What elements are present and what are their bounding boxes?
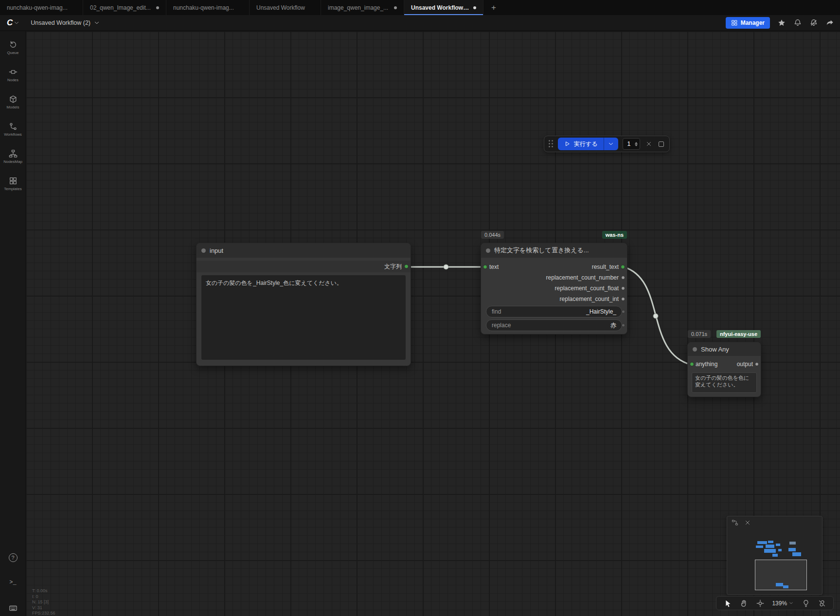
- node-search-replace[interactable]: 0.044s was-ns 特定文字を検索して置き換える... text res…: [481, 243, 627, 334]
- stat-version: V: 31: [32, 605, 55, 611]
- models-icon: [9, 95, 18, 104]
- chevron-down-icon: [608, 141, 614, 147]
- bell-icon[interactable]: [793, 18, 802, 27]
- comfyui-logo[interactable]: C: [6, 18, 13, 28]
- sidebar-item-templates[interactable]: Templates: [0, 170, 26, 197]
- output-socket[interactable]: [621, 265, 625, 269]
- find-widget[interactable]: find _HairStyle_: [486, 306, 622, 317]
- minimap-node: [789, 542, 796, 545]
- text-widget[interactable]: 女の子の髪の色を_HairStyle_色に変えてください。: [201, 275, 406, 360]
- minimap[interactable]: [727, 516, 822, 595]
- chevron-down-icon: [788, 600, 794, 606]
- sidebar-item-label: Templates: [4, 187, 21, 191]
- minimap-header: [727, 516, 822, 529]
- zoom-level-dropdown[interactable]: 139%: [772, 600, 794, 607]
- tab-label: 02_qwen_Image_edit...: [90, 4, 152, 11]
- run-button[interactable]: 実行する: [558, 138, 604, 150]
- output-slot-label: replacement_count_float: [555, 285, 619, 292]
- sidebar-item-queue[interactable]: Queue: [0, 34, 26, 61]
- workflow-tab-5[interactable]: image_qwen_image_...: [321, 0, 404, 15]
- increment-icon[interactable]: [635, 142, 638, 144]
- share-icon[interactable]: [825, 18, 834, 27]
- collapse-dot[interactable]: [693, 347, 697, 352]
- stat-iterations: I: 0: [32, 594, 55, 600]
- workflow-tab-3[interactable]: nunchaku-qwen-imag...: [166, 0, 250, 15]
- preview-text-widget[interactable]: 女の子の髪の色を色に変えてください。: [692, 372, 757, 393]
- widget-socket[interactable]: [622, 310, 625, 314]
- close-toolbar-button[interactable]: [644, 140, 653, 148]
- help-button[interactable]: ?: [0, 553, 26, 562]
- stop-button[interactable]: [658, 141, 665, 148]
- sidebar-item-label: Nodes: [7, 78, 18, 82]
- slot-row: replacement_count_int: [481, 294, 627, 304]
- new-workflow-tab-button[interactable]: +: [483, 0, 504, 15]
- slot-row: replacement_count_number: [481, 272, 627, 283]
- fit-view-icon: [756, 599, 765, 608]
- shortcuts-button[interactable]: [0, 604, 26, 613]
- fit-view-button[interactable]: [756, 599, 765, 608]
- minimap-body[interactable]: [727, 529, 822, 595]
- node-badges: 0.044s was-ns: [481, 231, 627, 239]
- run-toolbar: 実行する 1: [544, 136, 670, 152]
- sidebar-item-workflows[interactable]: Workflows: [0, 116, 26, 143]
- workflow-title-menu[interactable]: Unsaved Workflow (2): [31, 19, 100, 26]
- minimap-node: [772, 554, 778, 557]
- output-socket[interactable]: [621, 286, 625, 290]
- node-input[interactable]: input 文字列 女の子の髪の色を_HairStyle_色に変えてください。: [196, 243, 411, 366]
- logo-menu-chevron-icon[interactable]: [13, 19, 20, 26]
- node-title-bar[interactable]: input: [197, 243, 411, 258]
- bell-alt-icon[interactable]: [809, 18, 818, 27]
- workflow-tab-2[interactable]: 02_qwen_Image_edit...: [83, 0, 166, 15]
- workflow-tab-active[interactable]: Unsaved Workflow (2): [404, 0, 483, 15]
- output-socket[interactable]: [404, 264, 409, 269]
- widget-socket[interactable]: [622, 324, 625, 327]
- templates-icon: [9, 176, 18, 185]
- sidebar-item-models[interactable]: Models: [0, 88, 26, 116]
- tab-label: Unsaved Workflow: [256, 4, 314, 11]
- output-socket[interactable]: [621, 276, 625, 280]
- node-show-any[interactable]: 0.071s nfyui-easy-use Show Any anything …: [687, 342, 761, 397]
- manager-button[interactable]: Manager: [726, 17, 770, 29]
- collapse-dot[interactable]: [201, 248, 206, 253]
- minimap-node: [757, 541, 767, 544]
- minimap-node: [764, 549, 776, 553]
- minimap-links-toggle-icon[interactable]: [732, 519, 738, 526]
- graph-canvas[interactable]: [26, 31, 840, 616]
- star-icon[interactable]: [777, 18, 786, 27]
- minimap-node: [792, 552, 801, 556]
- execution-time-badge: 0.044s: [481, 231, 504, 239]
- terminal-button[interactable]: >_: [0, 579, 26, 586]
- collapse-dot[interactable]: [486, 248, 490, 253]
- input-socket[interactable]: [483, 265, 487, 269]
- node-title-bar[interactable]: 特定文字を検索して置き換える...: [481, 243, 627, 258]
- slot-row: 文字列: [197, 261, 411, 272]
- node-title: input: [210, 247, 223, 254]
- sidebar-item-nodes[interactable]: Nodes: [0, 61, 26, 88]
- run-options-button[interactable]: [604, 138, 618, 150]
- workflow-tab-1[interactable]: nunchaku-qwen-imag...: [0, 0, 83, 15]
- widget-row: replace 赤: [481, 319, 627, 331]
- output-socket[interactable]: [621, 297, 625, 301]
- toggle-theme-button[interactable]: [802, 599, 810, 608]
- decrement-icon[interactable]: [635, 144, 638, 146]
- output-socket[interactable]: [755, 362, 759, 366]
- node-title-bar[interactable]: Show Any: [688, 342, 761, 356]
- sidebar: Queue Nodes Models Workflows NodesMap Te…: [0, 31, 26, 616]
- minimap-node: [778, 549, 782, 551]
- workflow-tab-4[interactable]: Unsaved Workflow: [250, 0, 321, 15]
- replace-widget[interactable]: replace 赤: [486, 319, 622, 331]
- tab-label: Unsaved Workflow (2): [411, 4, 469, 11]
- input-socket[interactable]: [690, 362, 694, 367]
- nodes-icon: [9, 68, 18, 76]
- sidebar-item-nodesmap[interactable]: NodesMap: [0, 143, 26, 170]
- select-tool-button[interactable]: [723, 599, 732, 608]
- minimap-close-icon[interactable]: [744, 519, 751, 526]
- node-title: 特定文字を検索して置き換える...: [494, 246, 589, 255]
- toggle-links-button[interactable]: [818, 599, 826, 608]
- batch-count-input[interactable]: 1: [623, 138, 640, 150]
- canvas-controls: 139%: [716, 596, 834, 610]
- run-button-group: 実行する: [558, 138, 618, 150]
- pan-tool-button[interactable]: [739, 599, 748, 608]
- zoom-level: 139%: [772, 600, 787, 607]
- drag-handle-icon[interactable]: [549, 140, 554, 148]
